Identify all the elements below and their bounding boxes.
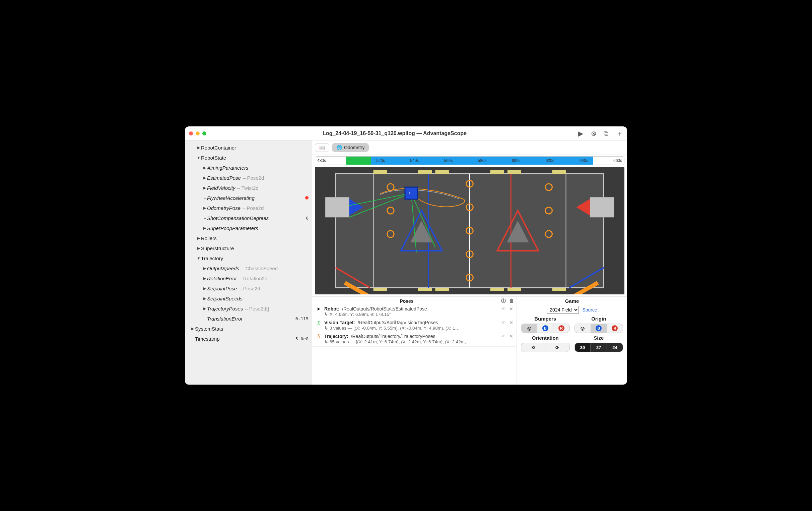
tree-item[interactable]: –Timestamp5.0e8 bbox=[185, 333, 312, 344]
origin-group: ◎ B R bbox=[575, 324, 624, 333]
remove-icon[interactable]: ✕ bbox=[509, 306, 513, 312]
size-label: Size bbox=[575, 335, 624, 341]
size-30-button[interactable]: 30 bbox=[575, 343, 591, 352]
field-select[interactable]: 2024 Field bbox=[547, 306, 579, 314]
tree-label: RotationError bbox=[207, 276, 237, 281]
plus-icon[interactable]: ＋ bbox=[616, 130, 623, 137]
visibility-icon[interactable]: 👁 bbox=[501, 333, 506, 339]
timeline-tick: 580s bbox=[478, 158, 487, 163]
caret-icon: ▶ bbox=[202, 296, 207, 301]
maximize-icon[interactable] bbox=[202, 131, 206, 135]
help-icon[interactable]: ⓘ bbox=[501, 298, 506, 304]
tree-item[interactable]: ▶Rollers bbox=[185, 233, 312, 243]
tab-odometry[interactable]: 🌐Odometry bbox=[332, 143, 369, 152]
tree-type: – Rotation2d bbox=[239, 276, 267, 281]
caret-icon: – bbox=[202, 216, 207, 220]
caret-icon: – bbox=[190, 337, 195, 341]
visibility-icon[interactable]: 👁 bbox=[501, 306, 506, 312]
close-circle-icon[interactable]: ⊗ bbox=[591, 130, 598, 137]
field-svg: ← bbox=[315, 167, 625, 294]
bumpers-blue-button[interactable]: B bbox=[537, 324, 553, 332]
tree-item[interactable]: ▶SuperPoopParameters bbox=[185, 223, 312, 233]
origin-blue-button[interactable]: B bbox=[591, 324, 607, 332]
timeline-ticks: 480s520s540s560s580s600s620s640s660s bbox=[315, 157, 624, 165]
orientation-group: ⟲ ⟳ bbox=[521, 343, 570, 352]
close-icon[interactable] bbox=[189, 131, 193, 135]
tree-label: Timestamp bbox=[195, 336, 220, 342]
new-window-icon[interactable]: ⧉ bbox=[604, 130, 610, 137]
odometry-icon: 🌐 bbox=[336, 145, 342, 150]
svg-rect-36 bbox=[508, 288, 521, 291]
origin-auto-button[interactable]: ◎ bbox=[575, 324, 591, 332]
tree-type: – Pose2d[] bbox=[245, 306, 269, 312]
tree-item[interactable]: ▼RobotState bbox=[185, 153, 312, 163]
tree-item[interactable]: ▶RobotContainer bbox=[185, 142, 312, 153]
tree-label: EstimatedPose bbox=[207, 175, 241, 181]
bumpers-red-button[interactable]: R bbox=[553, 324, 569, 332]
field-view[interactable]: ← bbox=[315, 167, 625, 294]
tree-label: Superstructure bbox=[201, 245, 234, 251]
pose-detail: ↳ 65 values — [(X: 2.41m, Y: 6.74m), (X:… bbox=[316, 339, 513, 344]
remove-icon[interactable]: ✕ bbox=[509, 333, 513, 339]
tree-item[interactable]: –FlywheelAccelerating bbox=[185, 193, 312, 203]
svg-rect-32 bbox=[374, 288, 387, 291]
svg-rect-28 bbox=[435, 170, 449, 174]
tree-item[interactable]: ▶SetpointPose – Pose2d bbox=[185, 283, 312, 293]
tree-item[interactable]: ▶FieldVelocity – Twist2d bbox=[185, 183, 312, 193]
tab-line-graph[interactable]: 📖 bbox=[315, 143, 329, 152]
chart-icon: 📖 bbox=[319, 145, 325, 150]
rotate-ccw-button[interactable]: ⟲ bbox=[521, 343, 545, 352]
tree-label: SuperPoopParameters bbox=[207, 225, 258, 231]
minimize-icon[interactable] bbox=[196, 131, 200, 135]
visibility-icon[interactable]: 👁 bbox=[501, 320, 506, 325]
tabs: 📖 🌐Odometry bbox=[312, 140, 627, 155]
tree-label: SetpointPose bbox=[207, 286, 237, 291]
caret-icon: ▶ bbox=[202, 176, 207, 180]
tree-value: 5.0e8 bbox=[293, 336, 309, 341]
tree-item[interactable]: ▶OutputSpeeds – ChassisSpeed bbox=[185, 263, 312, 273]
pose-row[interactable]: ➤Robot: /RealOutputs/RobotState/Estimate… bbox=[312, 305, 517, 319]
tree-item[interactable]: ▶OdometryPose – Pose2d bbox=[185, 203, 312, 213]
tree-item[interactable]: –ShotCompensationDegrees0 bbox=[185, 213, 312, 223]
pose-path: /RealOutputs/Trajectory/TrajectoryPoses bbox=[351, 333, 435, 339]
pose-row[interactable]: ◎Vision Target: /RealOutputs/AprilTagVis… bbox=[312, 319, 517, 333]
pose-row[interactable]: §Trajectory: /RealOutputs/Trajectory/Tra… bbox=[312, 333, 517, 347]
tree-item[interactable]: ▼Trajectory bbox=[185, 253, 312, 263]
auto-icon: ◎ bbox=[527, 326, 531, 331]
trash-icon[interactable]: 🗑 bbox=[509, 298, 514, 304]
tree-item[interactable]: ▶TrajectoryPoses – Pose2d[] bbox=[185, 303, 312, 314]
rotate-cw-button[interactable]: ⟳ bbox=[545, 343, 569, 352]
tree-item[interactable]: ▶SystemStats bbox=[185, 324, 312, 333]
tree-item[interactable]: ▶EstimatedPose – Pose2d bbox=[185, 173, 312, 183]
timeline[interactable]: 480s520s540s560s580s600s620s640s660s bbox=[315, 156, 625, 165]
tree-item[interactable]: –TranslationError0.115 bbox=[185, 314, 312, 324]
pose-name: Trajectory: bbox=[324, 333, 348, 339]
tree-value: 0 bbox=[303, 216, 309, 221]
caret-icon: ▶ bbox=[196, 246, 201, 250]
tree-item[interactable]: ▶SetpointSpeeds bbox=[185, 293, 312, 303]
sidebar-tree[interactable]: ▶RobotContainer▼RobotState▶AimingParamet… bbox=[185, 140, 312, 384]
size-27-button[interactable]: 27 bbox=[591, 343, 607, 352]
remove-icon[interactable]: ✕ bbox=[509, 320, 513, 325]
svg-rect-33 bbox=[418, 288, 432, 291]
tree-label: OdometryPose bbox=[207, 205, 240, 211]
tree-item[interactable]: ▶AimingParameters bbox=[185, 163, 312, 173]
game-title: Game bbox=[521, 298, 623, 304]
play-icon[interactable]: ▶ bbox=[578, 130, 585, 137]
tree-item[interactable]: ▶Superstructure bbox=[185, 243, 312, 253]
bumpers-group: ◎ B R bbox=[521, 324, 570, 333]
caret-icon: ▶ bbox=[202, 286, 207, 291]
tree-type: – Pose2d bbox=[239, 286, 260, 291]
page-title: Log_24-04-19_16-50-31_q120.wpilog — Adva… bbox=[211, 130, 578, 136]
svg-rect-26 bbox=[374, 170, 387, 174]
origin-red-button[interactable]: R bbox=[607, 324, 623, 332]
caret-icon: ▶ bbox=[196, 236, 201, 240]
size-24-button[interactable]: 24 bbox=[607, 343, 623, 352]
pose-name: Vision Target: bbox=[324, 320, 355, 325]
source-link[interactable]: Source bbox=[582, 307, 597, 313]
auto-icon: ◎ bbox=[581, 326, 584, 331]
svg-rect-35 bbox=[490, 288, 504, 291]
svg-text:←: ← bbox=[407, 188, 415, 197]
bumpers-auto-button[interactable]: ◎ bbox=[521, 324, 537, 332]
tree-item[interactable]: ▶RotationError – Rotation2d bbox=[185, 273, 312, 283]
